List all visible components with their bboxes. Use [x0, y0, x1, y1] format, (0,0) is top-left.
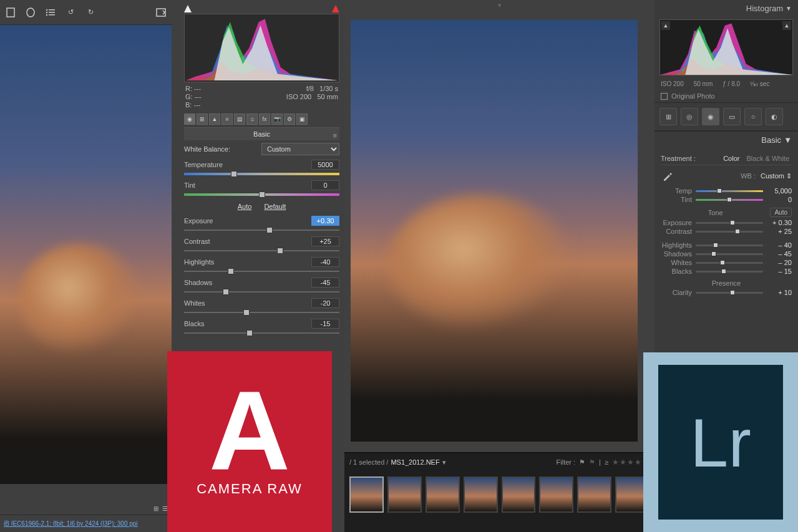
original-photo-toggle[interactable]: Original Photo [654, 90, 798, 103]
lr-whites-slider[interactable]: Whites– 20 [661, 258, 792, 267]
whites-slider[interactable]: Whites-20 [184, 296, 339, 317]
tint-value[interactable]: 0 [311, 180, 339, 190]
highlight-clip-icon[interactable]: ▲ [782, 21, 791, 30]
lr-exposure-slider[interactable]: Exposure+ 0.30 [661, 218, 792, 227]
temperature-slider[interactable]: Temperature5000 [184, 158, 339, 178]
chevron-down-icon[interactable]: ▾ [442, 458, 446, 467]
wb-dropper-icon[interactable] [661, 169, 674, 183]
lr-histogram[interactable]: ▲ ▲ [659, 19, 793, 75]
lens-tab-icon[interactable]: ⎅ [246, 114, 258, 125]
default-button[interactable]: Default [264, 203, 286, 210]
hsl-tab-icon[interactable]: ≡ [221, 114, 233, 125]
tone-header: Tone [661, 209, 770, 216]
tone-auto-button[interactable]: Auto [770, 208, 792, 217]
cr-image-info-link[interactable]: iB IEC61966-2.1; 8bit; 1l6 by 2424 (l3P)… [0, 515, 172, 532]
lr-contrast-slider[interactable]: Contrast+ 25 [661, 227, 792, 236]
collapse-icon[interactable]: ▼ [786, 5, 792, 12]
svg-point-2 [46, 9, 47, 10]
radial-tool-icon[interactable]: ○ [744, 108, 762, 125]
shadows-value[interactable]: -45 [311, 278, 339, 288]
ellipse-tool-icon[interactable] [25, 7, 36, 18]
filmstrip-filename[interactable]: MS1_2012.NEF [391, 458, 439, 466]
lr-metadata: ISO 200 50 mm ƒ / 8.0 ¹⁄₃₀ sec [654, 78, 798, 90]
snapshot-tab-icon[interactable]: ▣ [296, 114, 308, 125]
thumb[interactable] [426, 476, 460, 513]
lightroom-logo: Lr [643, 352, 798, 532]
filmstrip: / 1 selected / MS1_2012.NEF ▾ Filter : ⚑… [344, 452, 654, 532]
highlight-clip-icon[interactable] [332, 5, 339, 12]
basic-tab-icon[interactable]: ◉ [184, 114, 195, 125]
cr-panel-tabs: ◉ ⊞ ▲ ≡ ▤ ⎅ fx 📷 ⚙ ▣ [184, 111, 339, 128]
flag-reject-icon[interactable]: ⚑ [589, 458, 595, 467]
shadow-clip-icon[interactable]: ▲ [661, 21, 670, 30]
blacks-slider[interactable]: Blacks-15 [184, 317, 339, 337]
gradient-tool-icon[interactable]: ▭ [723, 108, 741, 125]
thumb[interactable] [349, 476, 384, 513]
split-tab-icon[interactable]: ▤ [234, 114, 245, 125]
spot-tool-icon[interactable]: ◎ [681, 108, 698, 125]
checkbox-icon[interactable] [661, 93, 668, 100]
wb-select[interactable]: Custom ⇕ [761, 172, 792, 180]
rating-gte-icon[interactable]: ≥ [605, 458, 608, 466]
cr-metadata: R: --- G: --- B: --- f/8 1/30 s ISO 200 … [184, 82, 339, 111]
collapse-icon[interactable]: ▼ [784, 135, 792, 145]
svg-point-6 [46, 14, 47, 15]
wb-select[interactable]: Custom [261, 143, 339, 155]
thumb[interactable] [464, 476, 498, 513]
lr-local-tools: ⊞ ◎ ◉ ▭ ○ ◐ [654, 103, 798, 131]
filmstrip-count: / 1 selected / [349, 458, 388, 466]
rotate-cw-icon[interactable]: ↻ [85, 7, 96, 18]
rotate-ccw-icon[interactable]: ↺ [65, 7, 76, 18]
basic-header[interactable]: Basic▼ [654, 131, 798, 148]
cr-status-icons: ⊞ ☰ [0, 502, 172, 515]
highlights-value[interactable]: -40 [311, 257, 339, 267]
panel-collapse-icon[interactable]: ▾ [344, 0, 654, 11]
highlights-slider[interactable]: Highlights-40 [184, 255, 339, 276]
presence-header: Presence [661, 279, 792, 287]
rect-tool-icon[interactable] [5, 7, 16, 18]
presets-tab-icon[interactable]: ⚙ [284, 114, 295, 125]
whites-value[interactable]: -20 [311, 298, 339, 308]
redeye-tool-icon[interactable]: ◉ [702, 108, 719, 125]
tint-slider[interactable]: Tint0 [184, 178, 339, 199]
lr-preview-image[interactable] [351, 20, 638, 442]
contrast-value[interactable]: +25 [311, 236, 339, 246]
lr-tint-slider[interactable]: Tint0 [661, 195, 792, 204]
temperature-value[interactable]: 5000 [311, 160, 339, 170]
treatment-bw[interactable]: Black & White [744, 155, 792, 162]
thumb[interactable] [577, 476, 611, 513]
auto-button[interactable]: Auto [238, 203, 252, 210]
shadow-clip-icon[interactable] [184, 5, 192, 12]
lr-shadows-slider[interactable]: Shadows– 45 [661, 249, 792, 258]
lr-highlights-slider[interactable]: Highlights– 40 [661, 241, 792, 249]
fx-tab-icon[interactable]: fx [259, 114, 270, 125]
detail-tab-icon[interactable]: ▲ [209, 114, 220, 125]
thumb[interactable] [539, 476, 573, 513]
curve-tab-icon[interactable]: ⊞ [197, 114, 208, 125]
filmstrip-thumbs [344, 472, 654, 518]
flag-pick-icon[interactable]: ⚑ [579, 458, 585, 467]
thumb[interactable] [387, 476, 422, 513]
list-icon[interactable] [45, 7, 56, 18]
svg-point-4 [46, 11, 47, 12]
panel-menu-icon[interactable]: ≡ [333, 132, 337, 139]
camera-tab-icon[interactable]: 📷 [271, 114, 283, 125]
cr-histogram[interactable] [184, 14, 339, 82]
exposure-slider[interactable]: Exposure+0.30 [184, 214, 339, 235]
cr-preview-image[interactable] [0, 25, 172, 484]
lr-clarity-slider[interactable]: Clarity+ 10 [661, 288, 792, 297]
histogram-header[interactable]: Histogram▼ [654, 0, 798, 17]
contrast-slider[interactable]: Contrast+25 [184, 235, 339, 255]
shadows-slider[interactable]: Shadows-45 [184, 276, 339, 296]
open-icon[interactable] [155, 7, 167, 18]
exposure-value[interactable]: +0.30 [311, 216, 339, 226]
lr-blacks-slider[interactable]: Blacks– 15 [661, 267, 792, 276]
thumb[interactable] [502, 476, 536, 513]
sliders-mini-icon[interactable]: ⊞ [153, 505, 158, 512]
blacks-value[interactable]: -15 [311, 319, 339, 329]
camera-raw-app: ↺ ↻ ⊞ ☰ iB IEC61966-2.1; 8bit; 1l6 by 24… [0, 0, 344, 532]
brush-tool-icon[interactable]: ◐ [766, 108, 783, 125]
crop-tool-icon[interactable]: ⊞ [659, 108, 677, 125]
treatment-color[interactable]: Color [721, 155, 742, 162]
lr-temp-slider[interactable]: Temp5,000 [661, 186, 792, 195]
